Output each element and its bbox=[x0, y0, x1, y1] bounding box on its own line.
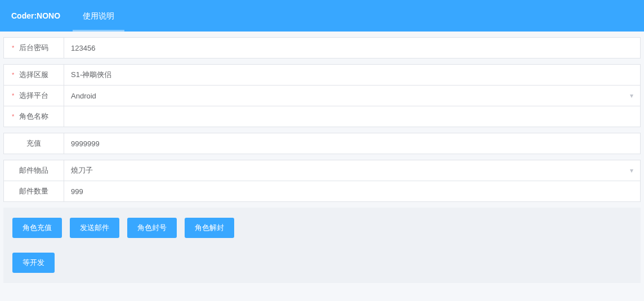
label-backend-password: 后台密码 bbox=[3, 37, 64, 59]
row-character: 角色名称 bbox=[3, 106, 641, 127]
button-row-1: 角色充值 发送邮件 角色封号 角色解封 bbox=[12, 218, 632, 238]
cell-recharge bbox=[64, 133, 641, 154]
label-mail-qty: 邮件数量 bbox=[3, 181, 64, 202]
brand-label: Coder:NONO bbox=[11, 11, 73, 20]
group-password: 后台密码 bbox=[3, 37, 641, 59]
cell-mail-qty bbox=[64, 181, 641, 202]
cell-server bbox=[64, 64, 641, 86]
group-server-platform-character: 选择区服 选择平台 ▾ 角色名称 bbox=[3, 64, 641, 127]
group-mail: 邮件物品 ▾ 邮件数量 bbox=[3, 160, 641, 202]
row-platform: 选择平台 ▾ bbox=[3, 85, 641, 106]
label-recharge: 充值 bbox=[3, 133, 64, 154]
label-character: 角色名称 bbox=[3, 106, 64, 127]
cell-backend-password bbox=[64, 37, 641, 59]
label-platform: 选择平台 bbox=[3, 85, 64, 106]
form-container: 后台密码 选择区服 选择平台 ▾ 角色名称 bbox=[0, 32, 644, 289]
row-backend-password: 后台密码 bbox=[3, 37, 641, 59]
pending-dev-button[interactable]: 等开发 bbox=[12, 253, 55, 273]
label-mail-item: 邮件物品 bbox=[3, 160, 64, 181]
chevron-down-icon: ▾ bbox=[630, 167, 633, 174]
backend-password-input[interactable] bbox=[71, 44, 633, 52]
row-recharge: 充值 bbox=[3, 133, 641, 154]
chevron-down-icon: ▾ bbox=[630, 92, 633, 100]
button-row-2: 等开发 bbox=[12, 253, 632, 273]
recharge-button[interactable]: 角色充值 bbox=[12, 218, 62, 238]
recharge-input[interactable] bbox=[71, 140, 633, 148]
row-mail-qty: 邮件数量 bbox=[3, 181, 641, 202]
header: Coder:NONO 使用说明 bbox=[0, 0, 644, 32]
unban-button[interactable]: 角色解封 bbox=[185, 218, 234, 238]
character-input[interactable] bbox=[71, 113, 633, 121]
row-server: 选择区服 bbox=[3, 64, 641, 86]
label-server: 选择区服 bbox=[3, 64, 64, 86]
platform-select-value bbox=[71, 92, 633, 100]
button-bar: 角色充值 发送邮件 角色封号 角色解封 等开发 bbox=[3, 208, 641, 283]
group-recharge: 充值 bbox=[3, 133, 641, 154]
tab-instructions[interactable]: 使用说明 bbox=[73, 0, 124, 32]
mail-qty-input[interactable] bbox=[71, 187, 633, 196]
cell-character bbox=[64, 106, 641, 127]
row-mail-item: 邮件物品 ▾ bbox=[3, 160, 641, 181]
mail-item-select-value bbox=[71, 167, 633, 175]
platform-select[interactable]: ▾ bbox=[64, 85, 641, 106]
mail-item-select[interactable]: ▾ bbox=[64, 160, 641, 181]
ban-button[interactable]: 角色封号 bbox=[127, 218, 177, 238]
send-mail-button[interactable]: 发送邮件 bbox=[70, 218, 119, 238]
server-input[interactable] bbox=[71, 71, 633, 79]
